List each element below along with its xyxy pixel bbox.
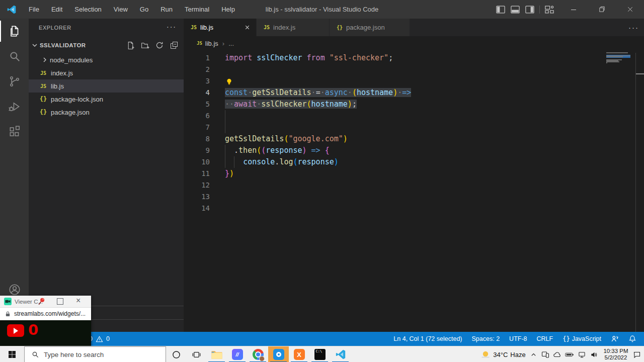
status-eol[interactable]: CRLF bbox=[534, 332, 556, 346]
weather-widget[interactable]: 34°C Haze bbox=[480, 346, 526, 362]
code-line-13[interactable]: 13 bbox=[184, 191, 644, 203]
tray-chevron-up-icon[interactable] bbox=[527, 346, 539, 362]
menu-selection[interactable]: Selection bbox=[68, 0, 107, 19]
tray-phone-link-icon[interactable] bbox=[539, 346, 551, 362]
status-indentation[interactable]: Spaces: 2 bbox=[469, 332, 503, 346]
file-item-lib.js[interactable]: JSlib.js bbox=[29, 79, 184, 93]
layout-sidebar-right-icon[interactable] bbox=[525, 5, 535, 15]
code-line-14[interactable]: 14 bbox=[184, 203, 644, 214]
taskbar-dev-app[interactable]: // bbox=[227, 346, 248, 362]
refresh-icon[interactable] bbox=[155, 41, 164, 50]
lock-icon bbox=[5, 311, 11, 317]
tray-network-icon[interactable] bbox=[576, 346, 588, 362]
file-item-index.js[interactable]: JSindex.js bbox=[29, 66, 184, 79]
code-line-8[interactable]: 8getSslDetails("google.com") bbox=[184, 133, 644, 145]
code-line-9[interactable]: 9 .then((response) => { bbox=[184, 145, 644, 156]
overlay-url-bar[interactable]: streamlabs.com/widgets/... bbox=[0, 308, 91, 320]
taskbar-clock[interactable]: 10:33 PM 5/2/2022 bbox=[602, 346, 630, 362]
code-line-2[interactable]: 2 bbox=[184, 64, 644, 75]
menu-terminal[interactable]: Terminal bbox=[179, 0, 215, 19]
taskbar-terminal[interactable]: C:\ bbox=[309, 346, 330, 362]
overlay-url: streamlabs.com/widgets/... bbox=[14, 310, 86, 317]
code-line-1[interactable]: 1import sslChecker from "ssl-checker"; bbox=[184, 52, 644, 64]
code-line-12[interactable]: 12 bbox=[184, 179, 644, 191]
status-language[interactable]: {}JavaScript bbox=[560, 332, 604, 346]
action-center-icon bbox=[633, 350, 641, 358]
viewer-count-window[interactable]: Viewer C... × streamlabs.com/widgets/...… bbox=[0, 296, 91, 347]
taskbar-streamlabs[interactable] bbox=[268, 346, 289, 362]
explorer-toolbar bbox=[126, 41, 179, 50]
activity-search[interactable] bbox=[0, 44, 29, 69]
split-editor-icon[interactable] bbox=[612, 23, 621, 32]
task-view-button[interactable] bbox=[186, 346, 206, 362]
taskbar-search[interactable]: Type here to search bbox=[24, 346, 166, 362]
file-item-package-lock.json[interactable]: {}package-lock.json bbox=[29, 93, 184, 106]
overlay-close-button[interactable]: × bbox=[76, 296, 80, 305]
close-button[interactable] bbox=[616, 0, 644, 19]
code-line-10[interactable]: 10 console.log(response) bbox=[184, 156, 644, 168]
status-notifications[interactable] bbox=[626, 332, 639, 346]
menu-edit[interactable]: Edit bbox=[45, 0, 68, 19]
minimize-button[interactable] bbox=[559, 0, 588, 19]
action-center-button[interactable] bbox=[630, 346, 644, 362]
tab-lib.js[interactable]: JSlib.js bbox=[184, 19, 257, 36]
scrollbar[interactable] bbox=[635, 53, 636, 332]
restore-button[interactable] bbox=[588, 0, 616, 19]
menu-run[interactable]: Run bbox=[154, 0, 179, 19]
start-button[interactable] bbox=[0, 346, 24, 362]
tray-onedrive-icon[interactable] bbox=[551, 346, 564, 362]
taskbar-vscode[interactable] bbox=[330, 346, 351, 362]
more-actions-icon[interactable]: ··· bbox=[628, 23, 639, 32]
pin-icon[interactable] bbox=[37, 297, 46, 306]
status-right: Ln 4, Col 1 (72 selected)Spaces: 2UTF-8C… bbox=[391, 332, 639, 346]
tab-index.js[interactable]: JSindex.js bbox=[257, 19, 330, 36]
layout-customize-icon[interactable] bbox=[544, 5, 554, 15]
collapse-all-icon[interactable] bbox=[170, 41, 179, 50]
code-line-5[interactable]: 5··await·sslChecker(hostname); bbox=[184, 99, 644, 110]
activity-explorer[interactable] bbox=[0, 19, 29, 44]
minimap[interactable] bbox=[606, 52, 634, 112]
screen: FileEditSelectionViewGoRunTerminalHelp l… bbox=[0, 0, 644, 362]
status-cursor-position[interactable]: Ln 4, Col 1 (72 selected) bbox=[391, 332, 464, 346]
status-feedback[interactable] bbox=[608, 332, 621, 346]
menu-file[interactable]: File bbox=[23, 0, 45, 19]
overlay-maximize-button[interactable] bbox=[57, 298, 63, 305]
new-file-icon[interactable] bbox=[126, 41, 135, 50]
code-line-7[interactable]: 7 bbox=[184, 122, 644, 133]
tray-battery-icon[interactable] bbox=[564, 346, 576, 362]
file-item-node_modules[interactable]: node_modules bbox=[29, 53, 184, 66]
code-area[interactable]: 1import sslChecker from "ssl-checker";23… bbox=[184, 52, 644, 214]
close-tab-icon[interactable] bbox=[243, 24, 251, 32]
braces-file-icon: {} bbox=[38, 96, 49, 103]
taskbar-xampp[interactable]: X bbox=[289, 346, 309, 362]
activity-run-debug[interactable] bbox=[0, 94, 29, 119]
file-item-package.json[interactable]: {}package.json bbox=[29, 106, 184, 119]
explorer-sidebar: EXPLORER ··· SSLVALIDATOR node_modulesJS… bbox=[29, 19, 184, 332]
status-encoding[interactable]: UTF-8 bbox=[507, 332, 529, 346]
new-folder-icon[interactable] bbox=[140, 41, 149, 50]
activity-extensions[interactable] bbox=[0, 119, 29, 144]
code-line-4[interactable]: 4const·getSslDetails·=·async·(hostname)·… bbox=[184, 87, 644, 99]
breadcrumb-more[interactable]: ... bbox=[228, 40, 234, 47]
code-line-6[interactable]: 6 bbox=[184, 110, 644, 122]
lightbulb-icon[interactable] bbox=[225, 77, 233, 85]
breadcrumb-file[interactable]: lib.js bbox=[205, 40, 218, 47]
taskbar-file-explorer[interactable] bbox=[206, 346, 227, 362]
layout-panel-icon[interactable] bbox=[510, 5, 520, 15]
layout-sidebar-left-icon[interactable] bbox=[496, 5, 506, 15]
taskbar-chrome[interactable] bbox=[248, 346, 268, 362]
cortana-button[interactable] bbox=[166, 346, 186, 362]
overlay-content: 0 bbox=[0, 320, 91, 346]
code-line-11[interactable]: 11}) bbox=[184, 168, 644, 179]
tab-package.json[interactable]: {}package.json bbox=[330, 19, 410, 36]
line-number: 14 bbox=[184, 203, 210, 214]
code-line-3[interactable]: 3 bbox=[184, 75, 644, 87]
chevron-down-icon bbox=[31, 41, 39, 49]
menu-help[interactable]: Help bbox=[215, 0, 241, 19]
overlay-title-bar: Viewer C... × bbox=[0, 296, 91, 308]
explorer-more-actions[interactable]: ··· bbox=[167, 23, 177, 31]
menu-go[interactable]: Go bbox=[134, 0, 154, 19]
menu-view[interactable]: View bbox=[108, 0, 134, 19]
tray-volume-icon[interactable] bbox=[588, 346, 600, 362]
activity-source-control[interactable] bbox=[0, 69, 29, 94]
